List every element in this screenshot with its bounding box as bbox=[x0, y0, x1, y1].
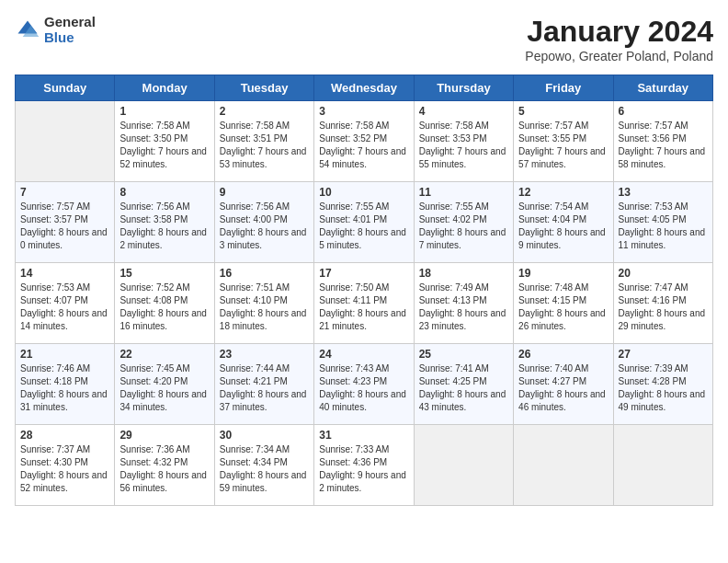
calendar-cell: 27 Sunrise: 7:39 AMSunset: 4:28 PMDaylig… bbox=[613, 344, 712, 425]
day-number: 19 bbox=[518, 267, 608, 280]
header-saturday: Saturday bbox=[613, 75, 712, 101]
header-wednesday: Wednesday bbox=[314, 75, 414, 101]
calendar-cell: 3 Sunrise: 7:58 AMSunset: 3:52 PMDayligh… bbox=[314, 101, 414, 182]
cell-info: Sunrise: 7:37 AMSunset: 4:30 PMDaylight:… bbox=[20, 443, 109, 495]
cell-info: Sunrise: 7:33 AMSunset: 4:36 PMDaylight:… bbox=[319, 443, 408, 495]
day-number: 13 bbox=[619, 186, 708, 199]
day-number: 8 bbox=[119, 186, 209, 199]
cell-info: Sunrise: 7:55 AMSunset: 4:01 PMDaylight:… bbox=[319, 201, 408, 252]
month-title: January 2024 bbox=[525, 15, 713, 49]
calendar-cell bbox=[414, 425, 513, 506]
calendar-cell: 6 Sunrise: 7:57 AMSunset: 3:56 PMDayligh… bbox=[613, 101, 712, 182]
day-number: 27 bbox=[619, 348, 708, 361]
calendar-week-row: 21 Sunrise: 7:46 AMSunset: 4:18 PMDaylig… bbox=[16, 344, 713, 425]
day-number: 1 bbox=[119, 105, 209, 118]
day-number: 4 bbox=[419, 105, 508, 118]
cell-info: Sunrise: 7:48 AMSunset: 4:15 PMDaylight:… bbox=[518, 282, 608, 333]
day-number: 3 bbox=[319, 105, 408, 118]
header-friday: Friday bbox=[514, 75, 613, 101]
cell-info: Sunrise: 7:46 AMSunset: 4:18 PMDaylight:… bbox=[20, 362, 109, 414]
day-number: 23 bbox=[220, 348, 309, 361]
calendar-cell: 26 Sunrise: 7:40 AMSunset: 4:27 PMDaylig… bbox=[514, 344, 613, 425]
calendar-cell: 25 Sunrise: 7:41 AMSunset: 4:25 PMDaylig… bbox=[414, 344, 513, 425]
cell-info: Sunrise: 7:58 AMSunset: 3:50 PMDaylight:… bbox=[119, 120, 209, 171]
day-number: 25 bbox=[419, 348, 508, 361]
day-number: 7 bbox=[20, 186, 109, 199]
day-number: 29 bbox=[119, 429, 209, 442]
calendar-cell: 15 Sunrise: 7:52 AMSunset: 4:08 PMDaylig… bbox=[115, 263, 214, 344]
cell-info: Sunrise: 7:34 AMSunset: 4:34 PMDaylight:… bbox=[220, 443, 309, 495]
cell-info: Sunrise: 7:53 AMSunset: 4:05 PMDaylight:… bbox=[619, 201, 708, 252]
logo-icon bbox=[15, 17, 40, 43]
day-number: 16 bbox=[220, 267, 309, 280]
header-tuesday: Tuesday bbox=[214, 75, 313, 101]
logo-blue-text: Blue bbox=[44, 30, 96, 46]
cell-info: Sunrise: 7:57 AMSunset: 3:55 PMDaylight:… bbox=[518, 120, 608, 171]
calendar-table: SundayMondayTuesdayWednesdayThursdayFrid… bbox=[15, 75, 713, 506]
cell-info: Sunrise: 7:52 AMSunset: 4:08 PMDaylight:… bbox=[119, 282, 209, 333]
calendar-cell: 11 Sunrise: 7:55 AMSunset: 4:02 PMDaylig… bbox=[414, 182, 513, 263]
cell-info: Sunrise: 7:47 AMSunset: 4:16 PMDaylight:… bbox=[619, 282, 708, 333]
day-number: 28 bbox=[20, 429, 109, 442]
calendar-cell: 21 Sunrise: 7:46 AMSunset: 4:18 PMDaylig… bbox=[16, 344, 115, 425]
day-number: 18 bbox=[419, 267, 508, 280]
day-number: 11 bbox=[419, 186, 508, 199]
calendar-cell: 17 Sunrise: 7:50 AMSunset: 4:11 PMDaylig… bbox=[314, 263, 414, 344]
header-sunday: Sunday bbox=[16, 75, 115, 101]
calendar-cell: 28 Sunrise: 7:37 AMSunset: 4:30 PMDaylig… bbox=[16, 425, 115, 506]
calendar-cell: 9 Sunrise: 7:56 AMSunset: 4:00 PMDayligh… bbox=[214, 182, 313, 263]
calendar-week-row: 1 Sunrise: 7:58 AMSunset: 3:50 PMDayligh… bbox=[16, 101, 713, 182]
cell-info: Sunrise: 7:56 AMSunset: 3:58 PMDaylight:… bbox=[119, 201, 209, 252]
calendar-cell: 31 Sunrise: 7:33 AMSunset: 4:36 PMDaylig… bbox=[314, 425, 414, 506]
cell-info: Sunrise: 7:53 AMSunset: 4:07 PMDaylight:… bbox=[20, 282, 109, 333]
cell-info: Sunrise: 7:50 AMSunset: 4:11 PMDaylight:… bbox=[319, 282, 408, 333]
calendar-cell: 8 Sunrise: 7:56 AMSunset: 3:58 PMDayligh… bbox=[115, 182, 214, 263]
day-number: 21 bbox=[20, 348, 109, 361]
day-number: 20 bbox=[619, 267, 708, 280]
calendar-week-row: 7 Sunrise: 7:57 AMSunset: 3:57 PMDayligh… bbox=[16, 182, 713, 263]
logo-general-text: General bbox=[44, 15, 96, 30]
day-number: 10 bbox=[319, 186, 408, 199]
calendar-cell bbox=[514, 425, 613, 506]
calendar-cell: 10 Sunrise: 7:55 AMSunset: 4:01 PMDaylig… bbox=[314, 182, 414, 263]
day-number: 17 bbox=[319, 267, 408, 280]
calendar-week-row: 14 Sunrise: 7:53 AMSunset: 4:07 PMDaylig… bbox=[16, 263, 713, 344]
calendar-cell: 7 Sunrise: 7:57 AMSunset: 3:57 PMDayligh… bbox=[16, 182, 115, 263]
calendar-cell: 19 Sunrise: 7:48 AMSunset: 4:15 PMDaylig… bbox=[514, 263, 613, 344]
cell-info: Sunrise: 7:58 AMSunset: 3:53 PMDaylight:… bbox=[419, 120, 508, 171]
calendar-cell: 24 Sunrise: 7:43 AMSunset: 4:23 PMDaylig… bbox=[314, 344, 414, 425]
calendar-cell: 20 Sunrise: 7:47 AMSunset: 4:16 PMDaylig… bbox=[613, 263, 712, 344]
header-thursday: Thursday bbox=[414, 75, 513, 101]
calendar-cell: 18 Sunrise: 7:49 AMSunset: 4:13 PMDaylig… bbox=[414, 263, 513, 344]
day-number: 9 bbox=[220, 186, 309, 199]
page-header: General Blue January 2024 Pepowo, Greate… bbox=[15, 15, 713, 63]
calendar-cell: 4 Sunrise: 7:58 AMSunset: 3:53 PMDayligh… bbox=[414, 101, 513, 182]
cell-info: Sunrise: 7:58 AMSunset: 3:51 PMDaylight:… bbox=[220, 120, 309, 171]
logo: General Blue bbox=[15, 15, 96, 45]
day-number: 5 bbox=[518, 105, 608, 118]
calendar-cell bbox=[613, 425, 712, 506]
day-number: 15 bbox=[119, 267, 209, 280]
cell-info: Sunrise: 7:51 AMSunset: 4:10 PMDaylight:… bbox=[220, 282, 309, 333]
calendar-cell: 16 Sunrise: 7:51 AMSunset: 4:10 PMDaylig… bbox=[214, 263, 313, 344]
calendar-cell: 22 Sunrise: 7:45 AMSunset: 4:20 PMDaylig… bbox=[115, 344, 214, 425]
day-number: 6 bbox=[619, 105, 708, 118]
calendar-cell bbox=[16, 101, 115, 182]
cell-info: Sunrise: 7:57 AMSunset: 3:56 PMDaylight:… bbox=[619, 120, 708, 171]
cell-info: Sunrise: 7:45 AMSunset: 4:20 PMDaylight:… bbox=[119, 362, 209, 414]
day-number: 14 bbox=[20, 267, 109, 280]
cell-info: Sunrise: 7:55 AMSunset: 4:02 PMDaylight:… bbox=[419, 201, 508, 252]
day-number: 26 bbox=[518, 348, 608, 361]
day-number: 31 bbox=[319, 429, 408, 442]
cell-info: Sunrise: 7:56 AMSunset: 4:00 PMDaylight:… bbox=[220, 201, 309, 252]
location-text: Pepowo, Greater Poland, Poland bbox=[525, 49, 713, 63]
cell-info: Sunrise: 7:58 AMSunset: 3:52 PMDaylight:… bbox=[319, 120, 408, 171]
header-monday: Monday bbox=[115, 75, 214, 101]
calendar-cell: 29 Sunrise: 7:36 AMSunset: 4:32 PMDaylig… bbox=[115, 425, 214, 506]
cell-info: Sunrise: 7:40 AMSunset: 4:27 PMDaylight:… bbox=[518, 362, 608, 414]
cell-info: Sunrise: 7:54 AMSunset: 4:04 PMDaylight:… bbox=[518, 201, 608, 252]
calendar-cell: 30 Sunrise: 7:34 AMSunset: 4:34 PMDaylig… bbox=[214, 425, 313, 506]
calendar-cell: 5 Sunrise: 7:57 AMSunset: 3:55 PMDayligh… bbox=[514, 101, 613, 182]
cell-info: Sunrise: 7:44 AMSunset: 4:21 PMDaylight:… bbox=[220, 362, 309, 414]
cell-info: Sunrise: 7:41 AMSunset: 4:25 PMDaylight:… bbox=[419, 362, 508, 414]
